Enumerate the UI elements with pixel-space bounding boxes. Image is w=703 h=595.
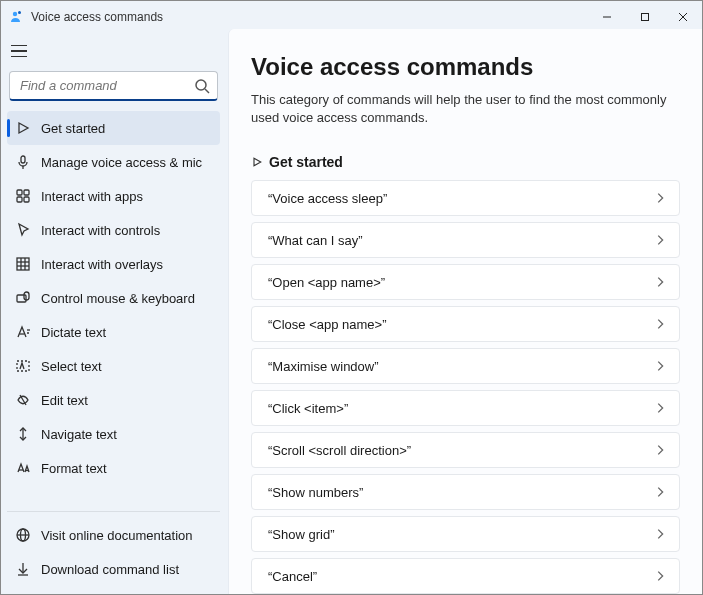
sidebar-item-edit-text[interactable]: Edit text (7, 383, 220, 417)
globe-icon (15, 527, 31, 543)
sidebar-item-download-list[interactable]: Download command list (7, 552, 220, 586)
hamburger-button[interactable] (11, 39, 35, 63)
app-icon (9, 9, 25, 25)
command-list: Voice access sleep What can I say Open <… (251, 180, 680, 594)
sidebar-item-label: Interact with apps (41, 189, 143, 204)
sidebar-item-label: Format text (41, 461, 107, 476)
titlebar-left: Voice access commands (9, 9, 163, 25)
main-content: Voice access commands This category of c… (228, 29, 702, 594)
app-window: { "titlebar": { "title": "Voice access c… (0, 0, 703, 595)
svg-rect-13 (17, 197, 22, 202)
command-text: Voice access sleep (268, 191, 387, 206)
mouse-keyboard-icon (15, 290, 31, 306)
command-text: Close <app name> (268, 317, 387, 332)
svg-point-1 (18, 11, 21, 14)
edit-text-icon (15, 392, 31, 408)
section-header: Get started (251, 154, 680, 170)
sidebar-item-interact-controls[interactable]: Interact with controls (7, 213, 220, 247)
chevron-right-icon (653, 317, 667, 331)
select-text-icon (15, 358, 31, 374)
command-item[interactable]: Show numbers (251, 474, 680, 510)
window-controls (588, 3, 702, 31)
sidebar-item-select-text[interactable]: Select text (7, 349, 220, 383)
command-item[interactable]: Open <app name> (251, 264, 680, 300)
sidebar-item-format-text[interactable]: Format text (7, 451, 220, 485)
svg-point-0 (13, 12, 17, 16)
sidebar-item-manage-voice-mic[interactable]: Manage voice access & mic (7, 145, 220, 179)
body: Get started Manage voice access & mic In… (1, 29, 702, 594)
chevron-right-icon (653, 275, 667, 289)
maximize-button[interactable] (626, 3, 664, 31)
chevron-right-icon (653, 485, 667, 499)
nav-list: Get started Manage voice access & mic In… (7, 111, 220, 511)
sidebar-item-interact-apps[interactable]: Interact with apps (7, 179, 220, 213)
sidebar-footer: Visit online documentation Download comm… (7, 511, 220, 594)
svg-rect-9 (21, 156, 25, 163)
command-text: Maximise window (268, 359, 379, 374)
apps-grid-icon (15, 188, 31, 204)
minimize-button[interactable] (588, 3, 626, 31)
sidebar-item-label: Interact with controls (41, 223, 160, 238)
chevron-right-icon (653, 527, 667, 541)
search-input[interactable] (9, 71, 218, 101)
window-title: Voice access commands (31, 10, 163, 24)
sidebar-item-label: Download command list (41, 562, 179, 577)
sidebar-item-navigate-text[interactable]: Navigate text (7, 417, 220, 451)
command-text: What can I say (268, 233, 363, 248)
sidebar-item-label: Navigate text (41, 427, 117, 442)
svg-rect-15 (17, 258, 29, 270)
command-item[interactable]: Show grid (251, 516, 680, 552)
svg-rect-12 (24, 190, 29, 195)
command-text: Show grid (268, 527, 335, 542)
chevron-right-icon (653, 443, 667, 457)
sidebar-item-get-started[interactable]: Get started (7, 111, 220, 145)
sidebar-item-online-docs[interactable]: Visit online documentation (7, 518, 220, 552)
sidebar-item-label: Edit text (41, 393, 88, 408)
play-outline-icon (15, 120, 31, 136)
command-text: Open <app name> (268, 275, 385, 290)
sidebar-item-label: Interact with overlays (41, 257, 163, 272)
chevron-right-icon (653, 359, 667, 373)
microphone-icon (15, 154, 31, 170)
command-item[interactable]: Voice access sleep (251, 180, 680, 216)
chevron-right-icon (653, 401, 667, 415)
svg-rect-14 (24, 197, 29, 202)
navigate-text-icon (15, 426, 31, 442)
command-item[interactable]: Close <app name> (251, 306, 680, 342)
command-item[interactable]: What can I say (251, 222, 680, 258)
grid-icon (15, 256, 31, 272)
play-outline-icon (251, 156, 263, 168)
sidebar-item-mouse-keyboard[interactable]: Control mouse & keyboard (7, 281, 220, 315)
search-wrap (9, 71, 218, 101)
sidebar-item-label: Control mouse & keyboard (41, 291, 195, 306)
sidebar: Get started Manage voice access & mic In… (1, 29, 228, 594)
chevron-right-icon (653, 233, 667, 247)
command-text: Cancel (268, 569, 317, 584)
command-item[interactable]: Maximise window (251, 348, 680, 384)
command-item[interactable]: Scroll <scroll direction> (251, 432, 680, 468)
sidebar-item-label: Visit online documentation (41, 528, 193, 543)
titlebar: Voice access commands (1, 1, 702, 29)
page-description: This category of commands will help the … (251, 91, 671, 126)
command-item[interactable]: Click <item> (251, 390, 680, 426)
sidebar-item-dictate-text[interactable]: Dictate text (7, 315, 220, 349)
sidebar-item-label: Dictate text (41, 325, 106, 340)
close-button[interactable] (664, 3, 702, 31)
search-icon (194, 78, 210, 94)
sidebar-item-label: Select text (41, 359, 102, 374)
dictate-icon (15, 324, 31, 340)
sidebar-item-label: Manage voice access & mic (41, 155, 202, 170)
svg-marker-8 (19, 123, 28, 133)
svg-rect-11 (17, 190, 22, 195)
svg-marker-35 (254, 158, 261, 166)
sidebar-item-label: Get started (41, 121, 105, 136)
command-text: Scroll <scroll direction> (268, 443, 411, 458)
command-text: Click <item> (268, 401, 348, 416)
section-title-text: Get started (269, 154, 343, 170)
svg-rect-3 (642, 14, 649, 21)
svg-point-6 (196, 80, 206, 90)
page-title: Voice access commands (251, 53, 680, 81)
sidebar-item-interact-overlays[interactable]: Interact with overlays (7, 247, 220, 281)
format-text-icon (15, 460, 31, 476)
command-item[interactable]: Cancel (251, 558, 680, 594)
